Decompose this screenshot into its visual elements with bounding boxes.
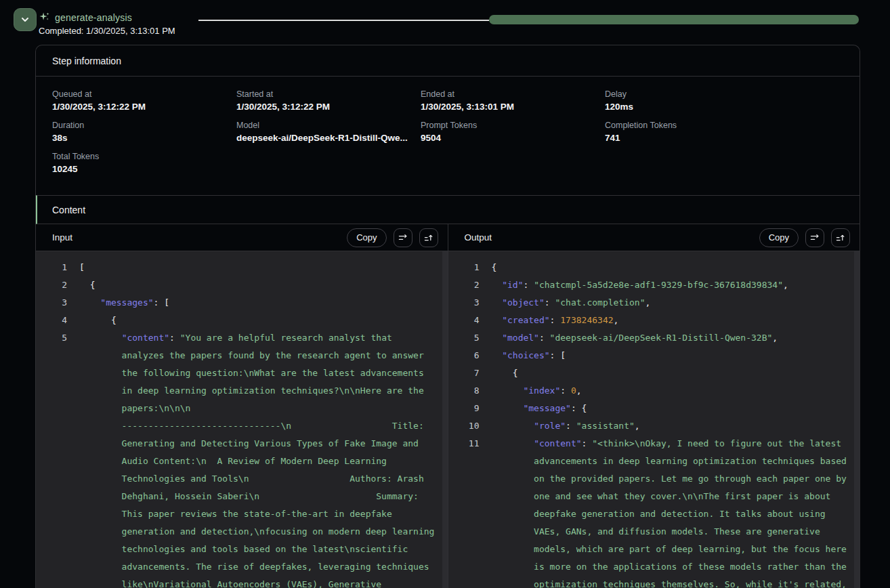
section-title: Content bbox=[52, 205, 85, 215]
output-scrollbar[interactable] bbox=[854, 251, 860, 588]
field-delay: Delay 120ms bbox=[605, 89, 789, 112]
code-line: advancements. The rise of deepfakes, lev… bbox=[36, 558, 442, 576]
panel-title: Input bbox=[52, 232, 72, 243]
field-completion-tokens: Completion Tokens 741 bbox=[605, 121, 789, 143]
expand-button[interactable] bbox=[419, 228, 438, 247]
code-line: 8 "index": 0, bbox=[448, 382, 855, 400]
code-text: { bbox=[492, 259, 497, 276]
field-label: Ended at bbox=[421, 89, 594, 99]
line-number: 4 bbox=[36, 312, 67, 329]
code-text: deepfake generation and detection. It ta… bbox=[492, 505, 826, 523]
input-code[interactable]: 1[2 {3 "messages": [4 {5 "content": "You… bbox=[36, 251, 442, 588]
code-text: "created": 1738246342, bbox=[492, 312, 619, 329]
line-number bbox=[448, 576, 480, 588]
output-panel-header: Output Copy bbox=[448, 224, 860, 251]
code-line: 3 "messages": [ bbox=[36, 294, 442, 312]
line-number bbox=[36, 505, 67, 523]
code-text: "object": "chat.completion", bbox=[492, 294, 651, 312]
line-number: 1 bbox=[448, 259, 480, 276]
code-text: like\nVariational Autoencoders (VAEs), G… bbox=[79, 576, 381, 588]
field-label: Completion Tokens bbox=[605, 121, 778, 130]
timeline-duration-bar[interactable] bbox=[489, 15, 859, 24]
code-line: the following question:\nWhat are the la… bbox=[36, 364, 442, 382]
line-number bbox=[36, 488, 67, 505]
field-total-tokens: Total Tokens 10245 bbox=[52, 152, 236, 174]
line-number: 5 bbox=[36, 329, 67, 347]
line-number bbox=[36, 400, 67, 417]
wrap-lines-button[interactable] bbox=[394, 228, 412, 247]
code-text: Generating and Detecting Various Types o… bbox=[79, 435, 419, 453]
code-line: ------------------------------\n Title: bbox=[36, 417, 442, 435]
field-ended-at: Ended at 1/30/2025, 3:13:01 PM bbox=[421, 89, 605, 112]
line-number bbox=[36, 523, 67, 541]
line-number: 6 bbox=[448, 347, 480, 364]
wrap-lines-button[interactable] bbox=[805, 228, 824, 247]
code-line: on the provided papers. Let me go throug… bbox=[448, 470, 855, 488]
line-number bbox=[448, 505, 480, 523]
line-number bbox=[448, 558, 480, 576]
code-text: the following question:\nWhat are the la… bbox=[79, 364, 424, 382]
code-line: 9 "message": { bbox=[448, 400, 855, 417]
code-text: "message": { bbox=[492, 400, 587, 417]
field-value: 741 bbox=[605, 133, 778, 143]
code-text: "index": 0, bbox=[492, 382, 582, 400]
code-text: models, which are part of deep learning,… bbox=[492, 541, 847, 558]
field-value: 10245 bbox=[52, 164, 226, 174]
line-number bbox=[36, 364, 67, 382]
code-text: [ bbox=[79, 259, 85, 276]
expand-button[interactable] bbox=[831, 228, 850, 247]
output-panel-actions: Copy bbox=[759, 228, 850, 247]
section-title: Step information bbox=[52, 56, 121, 66]
line-number bbox=[36, 347, 67, 364]
code-line: 5 "content": "You are a helpful research… bbox=[36, 329, 442, 347]
step-information-header: Step information bbox=[36, 45, 860, 77]
code-line: 5 "model": "deepseek-ai/DeepSeek-R1-Dist… bbox=[448, 329, 855, 347]
line-number: 3 bbox=[36, 294, 67, 312]
code-text: This paper reviews the state-of-the-art … bbox=[79, 505, 392, 523]
field-value: 9504 bbox=[421, 133, 594, 143]
field-queued-at: Queued at 1/30/2025, 3:12:22 PM bbox=[52, 89, 236, 112]
line-number bbox=[36, 435, 67, 453]
output-code[interactable]: 1{2 "id": "chatcmpl-5a5d2e8e-adf1-9329-b… bbox=[448, 251, 855, 588]
code-text: { bbox=[79, 312, 116, 329]
code-text: optimization techniques themselves. So, … bbox=[492, 576, 847, 588]
code-text: advancements. The rise of deepfakes, lev… bbox=[79, 558, 429, 576]
code-line: analyzes the papers found by the researc… bbox=[36, 347, 442, 364]
line-number: 10 bbox=[448, 417, 480, 435]
step-header: generate-analysis Completed: 1/30/2025, … bbox=[0, 0, 890, 45]
sparkles-icon bbox=[39, 12, 50, 23]
field-label: Prompt Tokens bbox=[421, 121, 594, 130]
code-line: Generating and Detecting Various Types o… bbox=[36, 435, 442, 453]
line-number: 3 bbox=[448, 294, 480, 312]
chevron-down-icon bbox=[20, 15, 30, 24]
code-text: ------------------------------\n Title: bbox=[79, 417, 424, 435]
copy-output-button[interactable]: Copy bbox=[759, 228, 799, 247]
line-number: 2 bbox=[448, 276, 480, 294]
field-duration: Duration 38s bbox=[52, 121, 236, 143]
output-panel: Output Copy 1{2 "id": "chatcmpl-5a5d2e8e… bbox=[448, 224, 860, 588]
field-value: 38s bbox=[52, 133, 226, 143]
input-scrollbar[interactable] bbox=[442, 251, 448, 588]
input-code-area[interactable]: 1[2 {3 "messages": [4 {5 "content": "You… bbox=[36, 251, 448, 588]
code-line: 6 "choices": [ bbox=[448, 347, 855, 364]
code-text: in deep learning optimization techniques… bbox=[79, 382, 424, 400]
step-completed-time: Completed: 1/30/2025, 3:13:01 PM bbox=[39, 26, 175, 36]
wrap-text-icon bbox=[398, 232, 408, 243]
code-line: 1[ bbox=[36, 259, 442, 276]
field-value: 1/30/2025, 3:12:22 PM bbox=[236, 102, 410, 112]
code-line: deepfake generation and detection. It ta… bbox=[448, 505, 855, 523]
step-detail-panel: Step information Queued at 1/30/2025, 3:… bbox=[35, 45, 860, 588]
code-line: 2 { bbox=[36, 276, 442, 294]
input-output-row: Input Copy 1[2 {3 "messages": [4 {5 "con… bbox=[36, 224, 860, 588]
timeline-line bbox=[198, 20, 489, 21]
expand-up-icon bbox=[835, 232, 846, 243]
line-number bbox=[448, 523, 480, 541]
output-code-area[interactable]: 1{2 "id": "chatcmpl-5a5d2e8e-adf1-9329-b… bbox=[448, 251, 860, 588]
copy-input-button[interactable]: Copy bbox=[347, 228, 386, 247]
code-text: "model": "deepseek-ai/DeepSeek-R1-Distil… bbox=[492, 329, 778, 347]
code-text: "content": "<think>\nOkay, I need to fig… bbox=[492, 435, 842, 453]
field-label: Started at bbox=[236, 89, 410, 99]
collapse-step-button[interactable] bbox=[14, 8, 37, 31]
line-number: 2 bbox=[36, 276, 67, 294]
line-number bbox=[448, 453, 480, 470]
